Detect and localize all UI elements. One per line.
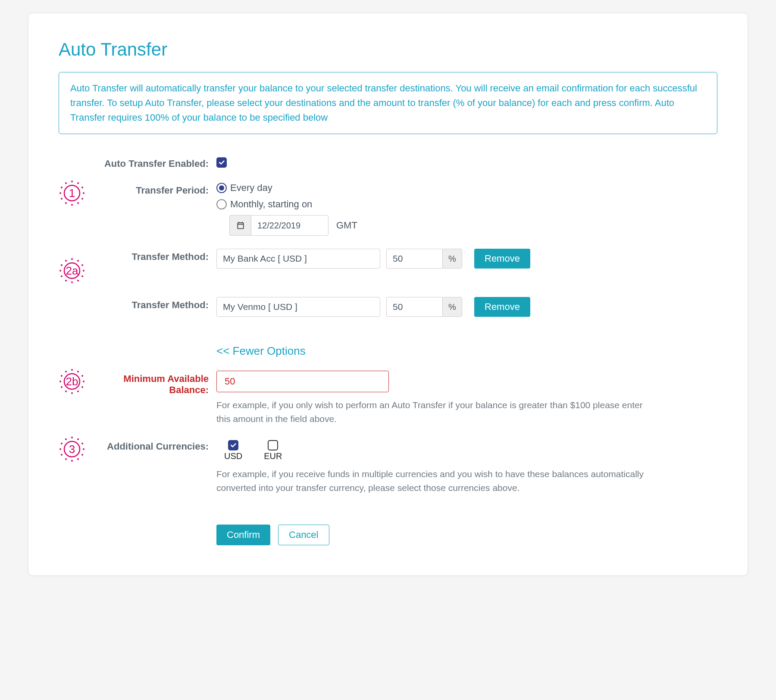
svg-point-8 [65, 202, 67, 204]
svg-point-29 [81, 375, 83, 377]
period-monthly-label: Monthly, starting on [230, 199, 312, 210]
currency-usd-label: USD [224, 451, 242, 461]
svg-point-19 [77, 280, 79, 281]
step-bullet-2a: 2a [59, 257, 85, 284]
svg-point-10 [59, 192, 61, 194]
svg-point-22 [61, 275, 63, 277]
svg-point-31 [81, 386, 83, 388]
svg-point-1 [71, 181, 73, 182]
label-currencies: Additional Currencies: [101, 438, 209, 452]
step-bullet-1: 1 [59, 180, 85, 206]
label-method-2: Transfer Method: [101, 297, 209, 311]
check-icon [230, 442, 237, 449]
svg-point-3 [81, 187, 83, 188]
percent-addon: % [442, 297, 462, 317]
svg-point-12 [65, 182, 67, 184]
svg-point-11 [61, 187, 63, 188]
svg-point-37 [61, 375, 63, 377]
svg-point-51 [65, 438, 67, 440]
period-every-day-radio[interactable] [216, 183, 227, 193]
svg-point-33 [71, 392, 73, 394]
svg-point-45 [77, 458, 79, 460]
svg-point-18 [81, 275, 83, 277]
svg-point-7 [71, 204, 73, 206]
svg-point-5 [81, 198, 83, 200]
cancel-button[interactable]: Cancel [278, 525, 329, 545]
svg-point-27 [71, 369, 73, 371]
svg-point-30 [83, 381, 84, 382]
percent-addon: % [442, 249, 462, 269]
svg-point-15 [77, 260, 79, 262]
svg-point-9 [61, 198, 63, 200]
transfer-method-2-select[interactable] [216, 297, 380, 317]
period-every-day-label: Every day [230, 182, 272, 194]
label-min-balance: Minimum Available Balance: [101, 371, 209, 396]
svg-point-47 [65, 458, 67, 460]
info-box: Auto Transfer will automatically transfe… [59, 72, 717, 134]
svg-point-36 [59, 381, 61, 382]
svg-point-35 [61, 386, 63, 388]
svg-point-20 [71, 281, 73, 283]
step-bullet-3: 3 [59, 436, 85, 462]
svg-point-2 [77, 182, 79, 184]
auto-transfer-enabled-checkbox[interactable] [216, 157, 227, 168]
page-title: Auto Transfer [59, 39, 717, 60]
svg-point-38 [65, 371, 67, 372]
period-date-input[interactable] [251, 215, 329, 236]
svg-point-48 [61, 454, 63, 456]
currency-usd-checkbox[interactable] [228, 440, 238, 450]
svg-point-24 [61, 264, 63, 266]
svg-point-14 [71, 258, 73, 260]
svg-point-6 [77, 202, 79, 204]
currency-eur-checkbox[interactable] [268, 440, 278, 450]
min-balance-help: For example, if you only wish to perform… [216, 398, 648, 425]
svg-point-32 [77, 391, 79, 392]
step-bullet-2b: 2b [59, 368, 85, 395]
currency-eur-label: EUR [264, 451, 282, 461]
timezone-label: GMT [336, 220, 357, 231]
svg-point-23 [59, 270, 61, 272]
transfer-method-1-pct[interactable] [386, 249, 442, 269]
svg-point-17 [83, 270, 84, 272]
currencies-help: For example, if you receive funds in mul… [216, 467, 648, 494]
svg-point-21 [65, 280, 67, 281]
svg-point-46 [71, 460, 73, 462]
min-balance-input[interactable] [216, 371, 389, 392]
check-icon [218, 159, 225, 166]
label-enabled: Auto Transfer Enabled: [101, 156, 209, 169]
transfer-method-1-select[interactable] [216, 249, 380, 269]
label-period: Transfer Period: [101, 182, 209, 196]
svg-point-28 [77, 371, 79, 372]
confirm-button[interactable]: Confirm [216, 525, 270, 545]
svg-point-49 [59, 448, 61, 450]
svg-point-50 [61, 443, 63, 444]
svg-point-16 [81, 264, 83, 266]
remove-method-1-button[interactable]: Remove [474, 249, 530, 269]
fewer-options-link[interactable]: << Fewer Options [216, 344, 306, 358]
svg-point-34 [65, 391, 67, 392]
transfer-method-2-pct[interactable] [386, 297, 442, 317]
svg-point-41 [77, 438, 79, 440]
svg-point-4 [83, 192, 84, 194]
auto-transfer-card: Auto Transfer Auto Transfer will automat… [28, 13, 748, 576]
svg-point-40 [71, 437, 73, 438]
period-monthly-radio[interactable] [216, 199, 227, 209]
remove-method-2-button[interactable]: Remove [474, 297, 530, 317]
svg-point-44 [81, 454, 83, 456]
calendar-icon[interactable] [229, 215, 251, 236]
svg-point-42 [81, 443, 83, 444]
svg-point-43 [83, 448, 84, 450]
svg-point-25 [65, 260, 67, 262]
label-method-1: Transfer Method: [101, 249, 209, 262]
